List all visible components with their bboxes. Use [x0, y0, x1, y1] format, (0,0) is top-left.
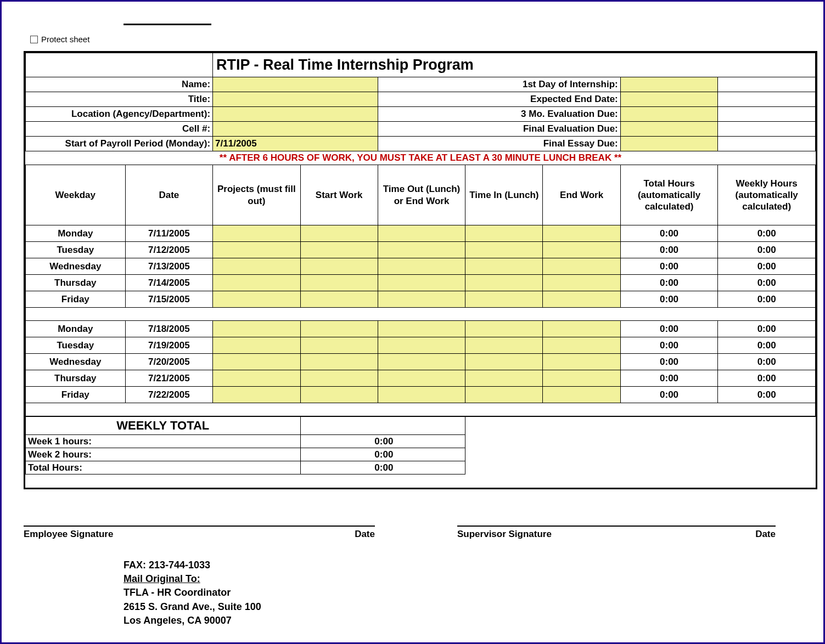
- cell-timeout[interactable]: [378, 337, 465, 354]
- cell-end[interactable]: [543, 242, 620, 258]
- cell-timeout[interactable]: [378, 242, 465, 258]
- supervisor-signature-label: Supervisor Signature: [457, 529, 552, 540]
- cell-timeout[interactable]: [378, 354, 465, 370]
- cell-weekday: Wednesday: [26, 354, 126, 370]
- table-row: Thursday 7/14/2005 0:00 0:00: [26, 275, 816, 291]
- cell-weekday: Friday: [26, 291, 126, 308]
- fax-line: FAX: 213-744-1033: [124, 558, 261, 572]
- cell-timein[interactable]: [465, 337, 543, 354]
- cell-start[interactable]: [300, 225, 378, 242]
- cell-timeout[interactable]: [378, 387, 465, 403]
- cell-projects[interactable]: [213, 337, 300, 354]
- checkbox-icon[interactable]: [30, 36, 38, 43]
- total-label: Total Hours:: [26, 461, 301, 474]
- input-final-essay[interactable]: [620, 137, 718, 151]
- protect-sheet-control[interactable]: Protect sheet: [30, 35, 89, 44]
- cell-start[interactable]: [300, 275, 378, 291]
- cell-projects[interactable]: [213, 291, 300, 308]
- cell-timein[interactable]: [465, 291, 543, 308]
- cell-timein[interactable]: [465, 321, 543, 337]
- input-name[interactable]: [213, 77, 378, 92]
- toolbar-divider: [124, 24, 211, 25]
- label-eval3mo: 3 Mo. Evaluation Due:: [378, 107, 620, 122]
- date-label: Date: [755, 529, 776, 540]
- label-payroll-start: Start of Payroll Period (Monday):: [26, 137, 213, 151]
- cell-start[interactable]: [300, 321, 378, 337]
- cell-total: 0:00: [620, 225, 718, 242]
- cell-projects[interactable]: [213, 387, 300, 403]
- cell-timein[interactable]: [465, 370, 543, 387]
- input-first-day[interactable]: [620, 77, 718, 92]
- cell-total: 0:00: [620, 370, 718, 387]
- cell-weekday: Monday: [26, 225, 126, 242]
- week2-label: Week 2 hours:: [26, 448, 301, 461]
- blank-cell: [718, 107, 816, 122]
- cell-end[interactable]: [543, 321, 620, 337]
- table-row: Tuesday 7/19/2005 0:00 0:00: [26, 337, 816, 354]
- col-end: End Work: [543, 165, 620, 225]
- cell-timein[interactable]: [465, 354, 543, 370]
- cell-timein[interactable]: [465, 242, 543, 258]
- addr-line1: TFLA - HR Coordinator: [124, 586, 261, 600]
- lunch-notice: ** AFTER 6 HOURS OF WORK, YOU MUST TAKE …: [26, 151, 816, 165]
- cell-start[interactable]: [300, 242, 378, 258]
- cell-projects[interactable]: [213, 258, 300, 275]
- cell-timein[interactable]: [465, 275, 543, 291]
- cell-start[interactable]: [300, 291, 378, 308]
- cell-start[interactable]: [300, 387, 378, 403]
- cell-timeout[interactable]: [378, 275, 465, 291]
- input-location[interactable]: [213, 107, 378, 122]
- cell-end[interactable]: [543, 225, 620, 242]
- col-start: Start Work: [300, 165, 378, 225]
- cell-timeout[interactable]: [378, 258, 465, 275]
- cell-weekday: Tuesday: [26, 242, 126, 258]
- cell-end[interactable]: [543, 354, 620, 370]
- mail-to-label: Mail Original To:: [124, 572, 261, 586]
- cell-timein[interactable]: [465, 225, 543, 242]
- cell-timein[interactable]: [465, 258, 543, 275]
- cell-timeout[interactable]: [378, 291, 465, 308]
- label-expected-end: Expected End Date:: [378, 92, 620, 107]
- table-row: Wednesday 7/20/2005 0:00 0:00: [26, 354, 816, 370]
- cell-projects[interactable]: [213, 354, 300, 370]
- cell-total: 0:00: [620, 321, 718, 337]
- cell-timeout[interactable]: [378, 321, 465, 337]
- input-expected-end[interactable]: [620, 92, 718, 107]
- cell-start[interactable]: [300, 337, 378, 354]
- cell-projects[interactable]: [213, 275, 300, 291]
- cell-projects[interactable]: [213, 242, 300, 258]
- cell-end[interactable]: [543, 258, 620, 275]
- cell-start[interactable]: [300, 354, 378, 370]
- cell-timein[interactable]: [465, 387, 543, 403]
- cell-end[interactable]: [543, 387, 620, 403]
- cell-weekday: Tuesday: [26, 337, 126, 354]
- blank-cell: [718, 77, 816, 92]
- gap: [26, 403, 816, 416]
- cell-projects[interactable]: [213, 225, 300, 242]
- cell-end[interactable]: [543, 275, 620, 291]
- cell-date: 7/19/2005: [125, 337, 212, 354]
- cell-end[interactable]: [543, 370, 620, 387]
- cell-weekly: 0:00: [718, 275, 816, 291]
- cell-start[interactable]: [300, 370, 378, 387]
- timesheet: RTIP - Real Time Internship Program Name…: [24, 51, 817, 489]
- table-row: Monday 7/11/2005 0:00 0:00: [26, 225, 816, 242]
- input-payroll-start[interactable]: 7/11/2005: [213, 137, 378, 151]
- input-cell[interactable]: [213, 122, 378, 137]
- cell-total: 0:00: [620, 337, 718, 354]
- cell-weekly: 0:00: [718, 370, 816, 387]
- input-final-eval[interactable]: [620, 122, 718, 137]
- table-row: Friday 7/22/2005 0:00 0:00: [26, 387, 816, 403]
- cell-weekday: Thursday: [26, 275, 126, 291]
- cell-projects[interactable]: [213, 321, 300, 337]
- cell-end[interactable]: [543, 337, 620, 354]
- cell-timeout[interactable]: [378, 370, 465, 387]
- table-row: Thursday 7/21/2005 0:00 0:00: [26, 370, 816, 387]
- cell-timeout[interactable]: [378, 225, 465, 242]
- cell-start[interactable]: [300, 258, 378, 275]
- cell-projects[interactable]: [213, 370, 300, 387]
- cell-total: 0:00: [620, 242, 718, 258]
- input-title[interactable]: [213, 92, 378, 107]
- cell-end[interactable]: [543, 291, 620, 308]
- input-eval3mo[interactable]: [620, 107, 718, 122]
